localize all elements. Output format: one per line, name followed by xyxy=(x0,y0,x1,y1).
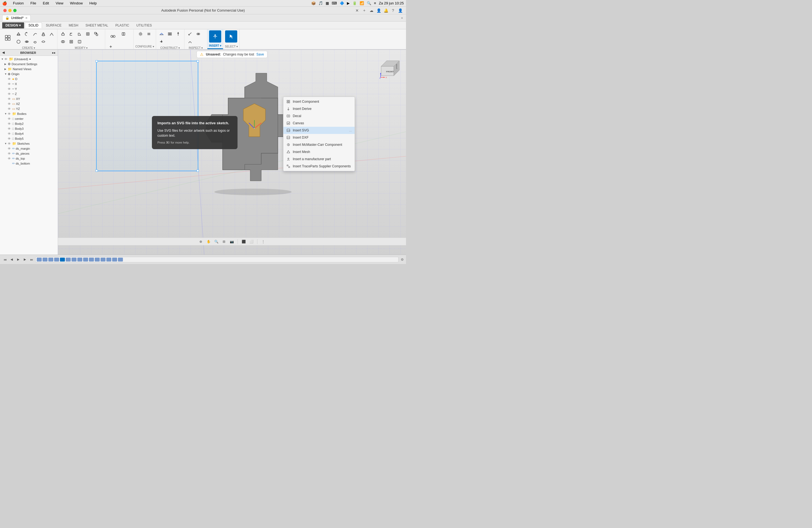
curvature-tool[interactable] xyxy=(186,38,194,45)
midplane-tool[interactable] xyxy=(166,30,174,38)
offset-plane-tool[interactable] xyxy=(158,30,165,38)
tab-add[interactable]: ＋ xyxy=(400,15,404,20)
joint-tool[interactable] xyxy=(107,30,119,43)
profile-icon[interactable]: 👤 xyxy=(398,8,403,13)
browser-item-XZ[interactable]: 👁 ▭ XZ xyxy=(0,101,58,106)
interference-tool[interactable] xyxy=(194,30,202,38)
timeline-next[interactable]: ▶ xyxy=(22,257,28,262)
close-button[interactable] xyxy=(3,9,6,12)
browser-item-sketches[interactable]: ▼ 👁 📁 Sketches xyxy=(0,141,58,146)
rib-tool[interactable] xyxy=(48,30,56,38)
insert-group-label[interactable]: INSERT ▾ xyxy=(209,44,221,47)
timeline-item-2[interactable] xyxy=(43,258,47,262)
display-mode-btn[interactable]: ⬛ xyxy=(241,239,247,245)
menu-help[interactable]: Help xyxy=(88,1,99,5)
timeline-item-8[interactable] xyxy=(77,258,82,262)
eye-icon-root[interactable]: 👁 xyxy=(4,57,8,61)
menu-fusion[interactable]: Fusion xyxy=(11,1,25,5)
browser-item-root[interactable]: ▼ 👁 📁 (Unsaved) ● xyxy=(0,56,58,62)
eye-ds-top[interactable]: 👁 xyxy=(8,157,12,160)
browser-settings-icon[interactable]: ●● xyxy=(52,51,56,54)
apple-icon[interactable]: 🍎 xyxy=(2,1,7,5)
timeline-item-15[interactable] xyxy=(118,258,123,262)
extrude-tool[interactable] xyxy=(15,30,23,38)
axis-tool[interactable] xyxy=(174,30,182,38)
replace-face-tool[interactable] xyxy=(68,38,75,45)
browser-item-ds-margin[interactable]: 👁 ✏ ds_margin xyxy=(0,146,58,151)
point-tool[interactable] xyxy=(158,38,165,45)
notification-icon[interactable]: 🔔 xyxy=(383,8,388,13)
timeline-item-13[interactable] xyxy=(106,258,111,262)
tab-mesh[interactable]: MESH xyxy=(66,23,82,28)
timeline-item-14[interactable] xyxy=(112,258,117,262)
select-button[interactable] xyxy=(225,30,237,43)
browser-item-ds-pieces[interactable]: 👁 ✏ ds_pieces xyxy=(0,151,58,156)
configure-group-label[interactable]: CONFIGURE ▾ xyxy=(135,44,154,48)
browser-item-body5[interactable]: 👁 □ Body5 xyxy=(0,136,58,141)
eye-X[interactable]: 👁 xyxy=(8,82,12,86)
fillet-tool[interactable] xyxy=(68,30,75,38)
eye-body3[interactable]: 👁 xyxy=(8,127,12,130)
parameters-tool[interactable] xyxy=(145,30,153,38)
eye-body4[interactable]: 👁 xyxy=(8,132,12,135)
scale-tool[interactable] xyxy=(92,30,100,38)
menu-edit[interactable]: Edit xyxy=(41,1,50,5)
menu-insert-dxf[interactable]: DXF Insert DXF xyxy=(284,134,354,141)
menu-insert-component[interactable]: Insert Component xyxy=(284,98,354,105)
press-pull-tool[interactable] xyxy=(59,30,67,38)
save-button[interactable]: Save xyxy=(256,53,264,56)
menu-insert-derive[interactable]: Insert Derive xyxy=(284,105,354,113)
browser-expand-icon[interactable]: ◀ xyxy=(2,51,4,54)
home-view-btn[interactable]: ⊕ xyxy=(198,239,204,245)
new-component-tool[interactable] xyxy=(2,32,14,44)
menu-file[interactable]: File xyxy=(29,1,38,5)
timeline-item-12[interactable] xyxy=(101,258,105,262)
menu-decal[interactable]: Decal xyxy=(284,113,354,120)
coil-tool[interactable] xyxy=(31,38,39,45)
viewport-3d[interactable]: ⚠ Unsaved: Changes may be lost Save Impo… xyxy=(58,50,406,254)
modify-group-label[interactable]: MODIFY ▾ xyxy=(75,46,88,49)
document-tab[interactable]: 🔒 Untitled* ✕ xyxy=(2,15,31,21)
eye-body2[interactable]: 👁 xyxy=(8,122,12,126)
help-icon[interactable]: ? xyxy=(391,8,395,13)
tab-solid[interactable]: SOLID xyxy=(25,23,42,28)
menu-insert-traceparts[interactable]: Insert TraceParts Supplier Components xyxy=(284,163,354,170)
design-mode-button[interactable]: DESIGN ▾ xyxy=(2,23,24,28)
add-tab-icon[interactable]: ＋ xyxy=(362,8,367,13)
as-built-joint-tool[interactable] xyxy=(120,30,127,38)
split-face-tool[interactable] xyxy=(76,38,83,45)
torus-tool[interactable] xyxy=(23,38,31,45)
control-icon[interactable]: ≡ xyxy=(374,1,376,5)
combine-tool[interactable] xyxy=(59,38,67,45)
browser-item-center[interactable]: 👁 □ center xyxy=(0,116,58,121)
pipe-tool[interactable] xyxy=(40,38,47,45)
browser-item-ds-bottom[interactable]: 👁 ✏ ds_bottom xyxy=(0,161,58,166)
browser-item-ds-top[interactable]: 👁 ✏ ds_top xyxy=(0,156,58,161)
person-icon[interactable]: 👤 xyxy=(376,8,381,13)
timeline-settings-btn[interactable]: ⚙ xyxy=(401,258,404,262)
browser-item-Y[interactable]: 👁 ━ Y xyxy=(0,86,58,91)
construct-group-label[interactable]: CONSTRUCT ▾ xyxy=(160,46,180,49)
tab-surface[interactable]: SURFACE xyxy=(43,23,65,28)
browser-item-body3[interactable]: 👁 □ Body3 xyxy=(0,126,58,131)
eye-center[interactable]: 👁 xyxy=(8,117,12,120)
loft-tool[interactable] xyxy=(40,30,47,38)
chamfer-tool[interactable] xyxy=(76,30,83,38)
tab-utilities[interactable]: UTILITIES xyxy=(133,23,155,28)
create-group-label[interactable]: CREATE ▾ xyxy=(22,46,35,49)
timeline-item-4[interactable] xyxy=(54,258,59,262)
inspect-group-label[interactable]: INSPECT ▾ xyxy=(189,46,203,49)
menu-insert-mesh[interactable]: Insert Mesh xyxy=(284,148,354,156)
timeline-item-3[interactable] xyxy=(48,258,53,262)
browser-item-body4[interactable]: 👁 □ Body4 xyxy=(0,131,58,136)
pan-btn[interactable]: ✋ xyxy=(205,239,212,245)
browser-item-Z[interactable]: 👁 ━ Z xyxy=(0,91,58,97)
timeline-item-7[interactable] xyxy=(72,258,76,262)
eye-bodies[interactable]: 👁 xyxy=(8,112,12,115)
camera-btn[interactable]: 📷 xyxy=(229,239,235,245)
browser-item-body2[interactable]: 👁 □ Body2 xyxy=(0,121,58,126)
close-tab-icon[interactable]: ✕ xyxy=(354,8,360,13)
timeline-item-6[interactable] xyxy=(66,258,71,262)
tab-plastic[interactable]: PLASTIC xyxy=(112,23,133,28)
browser-item-X[interactable]: 👁 ━ X xyxy=(0,82,58,86)
